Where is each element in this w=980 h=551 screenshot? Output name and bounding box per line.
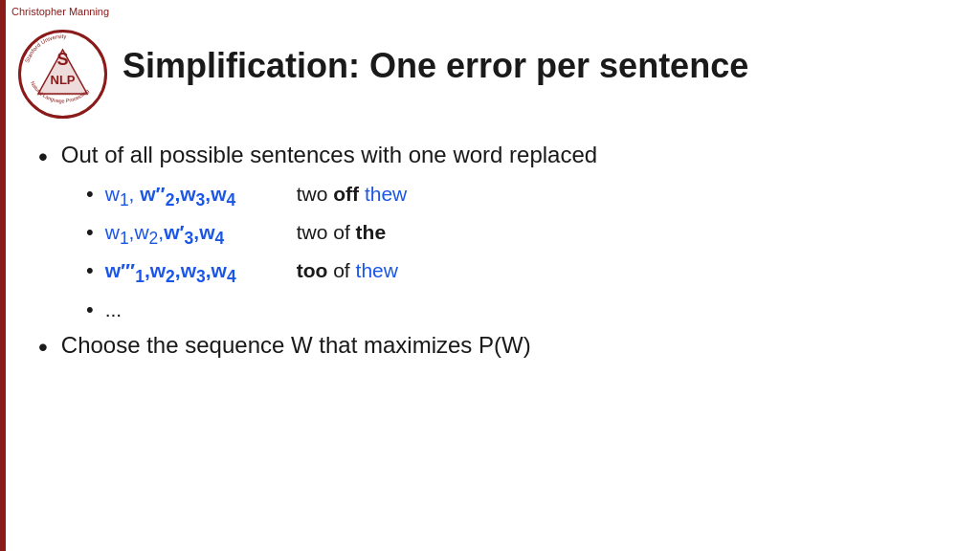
bullet-1: • Out of all possible sentences with one… (38, 142, 961, 170)
sub-bullet-3-words: w′′′1,w2,w3,w4 (105, 259, 287, 287)
sub-bullet-1-sentence: two off thew (297, 183, 408, 206)
svg-text:NLP: NLP (51, 73, 76, 87)
svg-text:S: S (56, 50, 68, 69)
accent-bar (0, 0, 6, 551)
bullet-2-text: Choose the sequence W that maximizes P(W… (61, 332, 531, 359)
logo: S NLP Stanford University Natural Langua… (17, 29, 108, 120)
sub-bullet-3-dot: • (86, 258, 94, 283)
slide-title: Simplification: One error per sentence (122, 46, 748, 86)
sub-bullet-2-dot: • (86, 220, 94, 245)
bullet-2-dot: • (38, 334, 48, 361)
sub-bullet-4: • ... (86, 298, 961, 322)
sub-bullet-2: • w1,w2,w′3,w4 two of the (86, 220, 961, 249)
author-name: Christopher Manning (11, 6, 109, 17)
sub-bullet-2-words: w1,w2,w′3,w4 (105, 221, 287, 249)
sub-bullet-4-dot: • (86, 298, 94, 322)
sub-bullet-1-words: w1, w″2,w3,w4 (105, 183, 287, 210)
sub-bullet-2-sentence: two of the (297, 221, 386, 244)
bullet-1-dot: • (38, 143, 48, 170)
bullet-2: • Choose the sequence W that maximizes P… (38, 332, 961, 361)
bullet-1-text: Out of all possible sentences with one w… (61, 142, 597, 168)
sub-bullets: • w1, w″2,w3,w4 two off thew • w1,w2,w′3… (86, 182, 961, 322)
sub-bullet-1: • w1, w″2,w3,w4 two off thew (86, 182, 961, 210)
sub-bullet-3: • w′′′1,w2,w3,w4 too of thew (86, 258, 961, 287)
sub-bullet-3-sentence: too of thew (297, 259, 398, 282)
sub-bullet-4-text: ... (105, 298, 122, 321)
content-area: • Out of all possible sentences with one… (38, 142, 961, 372)
sub-bullet-1-dot: • (86, 182, 94, 207)
